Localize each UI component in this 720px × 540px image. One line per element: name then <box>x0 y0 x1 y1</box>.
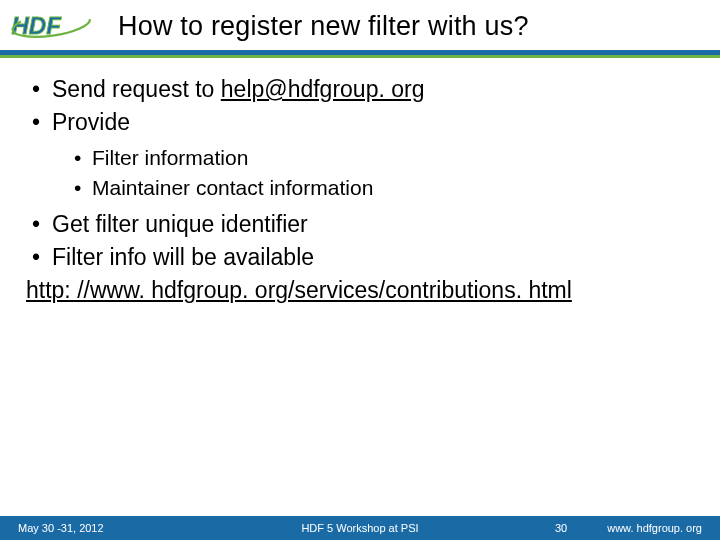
footer-event: HDF 5 Workshop at PSI <box>301 522 418 534</box>
url-link[interactable]: http: //www. hdfgroup. org/services/cont… <box>26 275 694 306</box>
bullet-list: Send request to help@hdfgroup. org Provi… <box>26 74 694 273</box>
bullet-text: Filter information <box>92 146 248 169</box>
email-link[interactable]: help@hdfgroup. org <box>221 76 425 102</box>
sub-bullet-list: Filter information Maintainer contact in… <box>70 144 694 203</box>
list-item: Maintainer contact information <box>70 174 694 202</box>
list-item: Provide Filter information Maintainer co… <box>26 107 694 203</box>
header-rule <box>0 50 720 58</box>
footer-page-number: 30 <box>555 522 567 534</box>
bullet-text: Maintainer contact information <box>92 176 373 199</box>
list-item: Filter info will be available <box>26 242 694 273</box>
slide-header: HDF How to register new filter with us? <box>0 0 720 50</box>
list-item: Get filter unique identifier <box>26 209 694 240</box>
list-item: Filter information <box>70 144 694 172</box>
bullet-text: Provide <box>52 109 130 135</box>
bullet-text: Send request to <box>52 76 221 102</box>
slide-footer: May 30 -31, 2012 HDF 5 Workshop at PSI 3… <box>0 516 720 540</box>
slide-title: How to register new filter with us? <box>118 11 529 42</box>
hdf-logo-icon: HDF <box>10 8 100 44</box>
slide-body: Send request to help@hdfgroup. org Provi… <box>0 58 720 306</box>
bullet-text: Get filter unique identifier <box>52 211 308 237</box>
list-item: Send request to help@hdfgroup. org <box>26 74 694 105</box>
footer-site: www. hdfgroup. org <box>607 522 702 534</box>
bullet-text: Filter info will be available <box>52 244 314 270</box>
footer-date: May 30 -31, 2012 <box>18 522 104 534</box>
